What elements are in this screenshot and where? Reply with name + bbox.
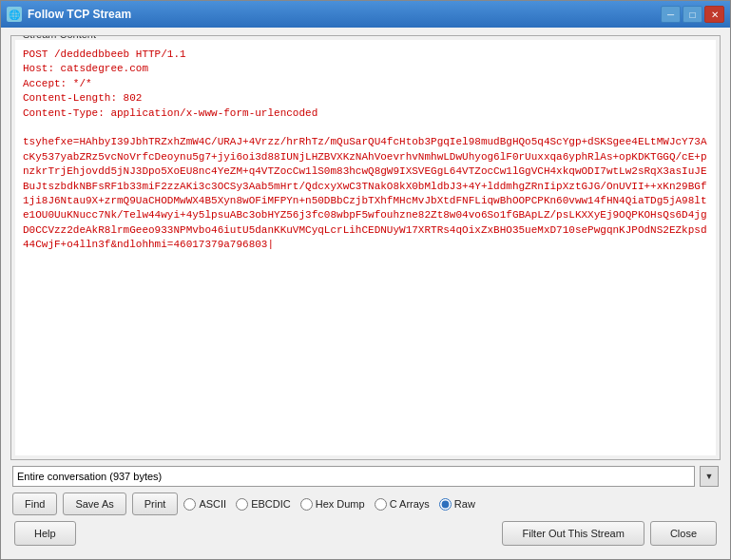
footer-right: Filter Out This Stream Close — [502, 521, 717, 546]
titlebar: 🌐 Follow TCP Stream ─ □ ✕ — [1, 1, 730, 28]
conversation-select[interactable]: Entire conversation (937 bytes) — [12, 466, 695, 487]
print-button[interactable]: Print — [132, 492, 179, 515]
ebcdic-radio-item[interactable]: EBCDIC — [236, 498, 291, 511]
group-box-label: Stream Content — [19, 35, 100, 40]
c-arrays-radio[interactable] — [375, 498, 387, 511]
encoding-radio-group: ASCII EBCDIC Hex Dump C Arrays — [183, 498, 719, 511]
window-title: Follow TCP Stream — [28, 8, 131, 21]
find-button[interactable]: Find — [12, 492, 57, 515]
content-area: Stream Content POST /deddedbbeeb HTTP/1.… — [1, 28, 730, 559]
maximize-button[interactable]: □ — [683, 6, 702, 23]
titlebar-close-button[interactable]: ✕ — [704, 6, 724, 23]
dropdown-row: Entire conversation (937 bytes) ▼ — [12, 466, 719, 487]
help-button[interactable]: Help — [14, 521, 76, 546]
stream-text-area[interactable]: POST /deddedbbeeb HTTP/1.1 Host: catsdeg… — [15, 40, 716, 455]
titlebar-buttons: ─ □ ✕ — [661, 6, 724, 23]
hex-dump-radio-item[interactable]: Hex Dump — [300, 498, 365, 511]
footer-row: Help Filter Out This Stream Close — [12, 521, 719, 551]
raw-radio-item[interactable]: Raw — [439, 498, 475, 511]
hex-dump-radio[interactable] — [300, 498, 313, 511]
ebcdic-radio[interactable] — [236, 498, 248, 511]
ascii-radio[interactable] — [183, 498, 196, 511]
hex-dump-label: Hex Dump — [316, 498, 365, 510]
raw-radio[interactable] — [439, 498, 452, 511]
minimize-button[interactable]: ─ — [661, 6, 681, 23]
filter-out-button[interactable]: Filter Out This Stream — [502, 521, 644, 546]
footer-left: Help — [14, 521, 76, 546]
stream-content-group: Stream Content POST /deddedbbeeb HTTP/1.… — [10, 35, 721, 460]
c-arrays-radio-item[interactable]: C Arrays — [375, 498, 430, 511]
follow-tcp-stream-window: 🌐 Follow TCP Stream ─ □ ✕ Stream Content… — [0, 0, 731, 560]
bottom-controls: Entire conversation (937 bytes) ▼ Find S… — [10, 466, 721, 551]
ebcdic-label: EBCDIC — [251, 498, 291, 510]
window-icon: 🌐 — [7, 7, 22, 22]
titlebar-left: 🌐 Follow TCP Stream — [7, 7, 131, 22]
close-button[interactable]: Close — [650, 521, 717, 546]
c-arrays-label: C Arrays — [390, 498, 430, 510]
dropdown-arrow-icon[interactable]: ▼ — [700, 466, 719, 487]
ascii-label: ASCII — [199, 498, 226, 510]
ascii-radio-item[interactable]: ASCII — [183, 498, 226, 511]
raw-label: Raw — [454, 498, 475, 510]
button-row: Find Save As Print ASCII EBCDIC Hex Dump — [12, 492, 719, 515]
save-as-button[interactable]: Save As — [63, 492, 125, 515]
